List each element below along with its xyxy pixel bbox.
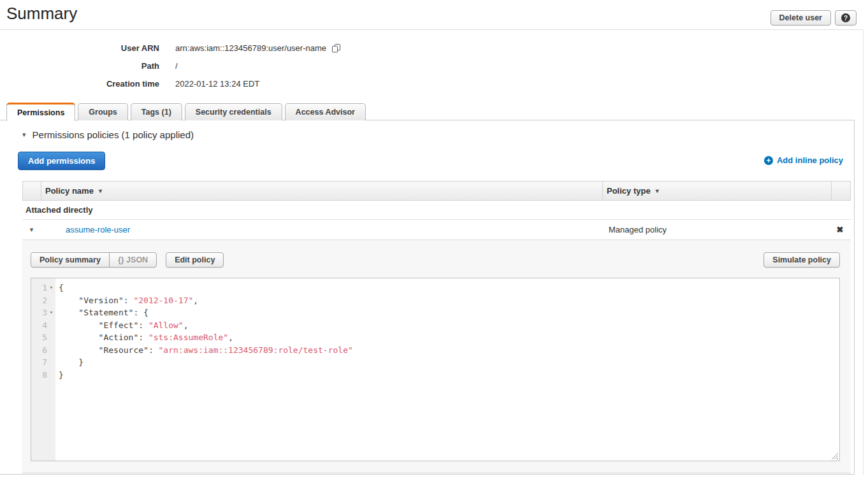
section-collapse-icon: ▾ (22, 131, 26, 138)
fold-arrow-icon[interactable]: ▾ (47, 306, 55, 319)
editor-line: 4 "Effect": "Allow", (31, 319, 839, 332)
policy-view-toggle: Policy summary {} JSON (31, 252, 157, 268)
editor-line-number: 1▾ (31, 282, 55, 294)
editor-code-line[interactable]: { (55, 282, 64, 294)
editor-line-number: 5 (31, 331, 55, 344)
table-header-row: Policy name ▾ Policy type ▾ (22, 181, 851, 201)
actions-column-header (832, 182, 850, 200)
editor-line-number: 3▾ (31, 306, 55, 319)
permissions-policies-section-header[interactable]: ▾ Permissions policies (1 policy applied… (22, 129, 194, 140)
delete-user-button[interactable]: Delete user (770, 10, 831, 25)
user-arn-label: User ARN (0, 43, 159, 53)
editor-code-line[interactable]: "Resource": "arn:aws:iam::123456789:role… (55, 344, 353, 357)
tab-access-advisor[interactable]: Access Advisor (285, 103, 366, 120)
tab-bar: Permissions Groups Tags (1) Security cre… (6, 103, 366, 120)
detail-row-path: Path / (0, 57, 341, 75)
tab-tags[interactable]: Tags (1) (131, 103, 182, 120)
permissions-tab-panel: ▾ Permissions policies (1 policy applied… (0, 120, 855, 475)
copy-icon[interactable] (331, 43, 341, 53)
add-permissions-button[interactable]: Add permissions (18, 152, 105, 170)
editor-code-line[interactable]: } (55, 356, 83, 369)
page-header: Summary Delete user ? (0, 0, 863, 30)
section-title: Permissions policies (1 policy applied) (33, 129, 194, 140)
editor-line: 7 } (31, 356, 839, 369)
policy-name-column-header[interactable]: Policy name ▾ (41, 182, 603, 200)
attached-directly-group-row: Attached directly (22, 201, 851, 220)
fold-arrow-icon[interactable]: ▾ (47, 282, 55, 294)
policy-name-link[interactable]: assume-role-user (66, 225, 130, 234)
editor-line-number: 7 (31, 356, 55, 369)
editor-code-line[interactable]: "Version": "2012-10-17", (55, 294, 198, 307)
detail-row-user-arn: User ARN arn:aws:iam::123456789:user/use… (0, 39, 341, 57)
simulate-policy-button[interactable]: Simulate policy (763, 252, 840, 268)
editor-line: 3▾ "Statement": { (31, 306, 839, 319)
add-inline-policy-label: Add inline policy (777, 155, 843, 165)
expand-row-arrow[interactable]: ▾ (22, 226, 41, 233)
editor-code-line[interactable]: "Statement": { (55, 306, 148, 319)
policy-summary-button[interactable]: Policy summary (31, 252, 110, 268)
help-icon: ? (841, 13, 850, 22)
sort-arrow-icon: ▾ (99, 187, 102, 194)
add-inline-policy-link[interactable]: + Add inline policy (764, 155, 843, 165)
editor-resize-handle[interactable] (831, 452, 838, 459)
editor-line-number: 4 (31, 319, 55, 332)
editor-line: 1▾{ (31, 282, 839, 294)
editor-code-line[interactable]: } (55, 369, 64, 382)
editor-line-number: 6 (31, 344, 55, 357)
creation-time-value: 2022-01-12 13:24 EDT (175, 79, 259, 89)
help-button[interactable]: ? (835, 10, 857, 25)
detail-row-creation-time: Creation time 2022-01-12 13:24 EDT (0, 75, 341, 92)
editor-line: 5 "Action": "sts:AssumeRole", (31, 331, 839, 344)
tab-security-credentials[interactable]: Security credentials (185, 103, 282, 120)
editor-line-number: 2 (31, 294, 55, 307)
content-right-rule (863, 30, 864, 475)
page-title: Summary (6, 4, 77, 24)
editor-code-line[interactable]: "Action": "sts:AssumeRole", (55, 331, 233, 344)
policy-table-row: ▾ assume-role-user Managed policy ✖ (22, 220, 851, 240)
user-details: User ARN arn:aws:iam::123456789:user/use… (0, 39, 341, 92)
edit-policy-button[interactable]: Edit policy (166, 252, 224, 268)
policy-views-bar: Policy summary {} JSON Edit policy (31, 252, 224, 268)
expand-row-icon: ▾ (30, 226, 34, 233)
json-policy-editor[interactable]: 1▾{2 "Version": "2012-10-17",3▾ "Stateme… (31, 278, 840, 461)
editor-line: 6 "Resource": "arn:aws:iam::123456789:ro… (31, 344, 839, 357)
editor-line-number: 8 (31, 369, 55, 382)
creation-time-label: Creation time (0, 79, 159, 89)
editor-line: 8} (31, 369, 839, 382)
policy-type-value: Managed policy (602, 225, 831, 234)
path-value: / (175, 61, 178, 71)
editor-code-line[interactable]: "Effect": "Allow", (55, 319, 189, 332)
user-arn-value: arn:aws:iam::123456789:user/user-name (175, 43, 326, 53)
path-label: Path (0, 61, 159, 71)
policy-type-column-header[interactable]: Policy type ▾ (603, 182, 832, 200)
expand-column-header (23, 182, 41, 200)
sort-arrow-icon: ▾ (656, 187, 659, 194)
plus-circle-icon: + (764, 156, 773, 165)
tab-permissions[interactable]: Permissions (6, 103, 75, 121)
remove-policy-icon[interactable]: ✖ (837, 225, 844, 234)
json-view-button[interactable]: {} JSON (109, 252, 157, 268)
header-actions: Delete user ? (770, 10, 857, 25)
policies-table: Policy name ▾ Policy type ▾ Attached dir… (22, 181, 851, 473)
editor-line: 2 "Version": "2012-10-17", (31, 294, 839, 307)
policy-detail-expanded: Policy summary {} JSON Edit policy Simul… (22, 240, 851, 473)
tab-groups[interactable]: Groups (78, 103, 127, 120)
json-editor-lines: 1▾{2 "Version": "2012-10-17",3▾ "Stateme… (31, 282, 839, 381)
